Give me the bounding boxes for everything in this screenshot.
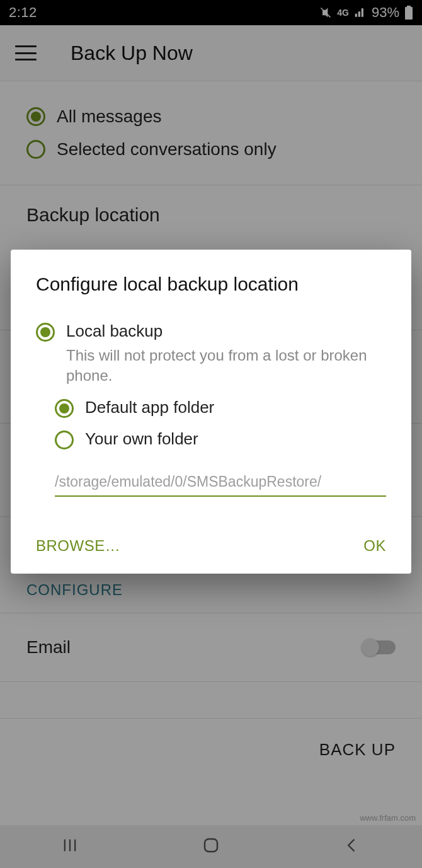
browse-button[interactable]: BROWSE… — [36, 537, 120, 555]
dialog-actions: BROWSE… OK — [36, 537, 386, 555]
radio-own-folder[interactable]: Your own folder — [55, 429, 386, 449]
ok-button[interactable]: OK — [363, 537, 386, 555]
radio-icon — [55, 399, 74, 418]
dialog-title: Configure local backup location — [36, 274, 386, 295]
radio-label: Local backup — [66, 321, 163, 341]
radio-default-folder[interactable]: Default app folder — [55, 398, 386, 418]
local-backup-subtext: This will not protect you from a lost or… — [66, 345, 386, 386]
radio-icon — [55, 431, 74, 449]
radio-label: Your own folder — [85, 429, 198, 449]
radio-icon — [36, 323, 55, 342]
configure-location-dialog: Configure local backup location Local ba… — [11, 250, 411, 574]
radio-local-backup[interactable]: Local backup — [36, 321, 386, 342]
path-input[interactable] — [55, 470, 386, 497]
radio-label: Default app folder — [85, 398, 214, 417]
